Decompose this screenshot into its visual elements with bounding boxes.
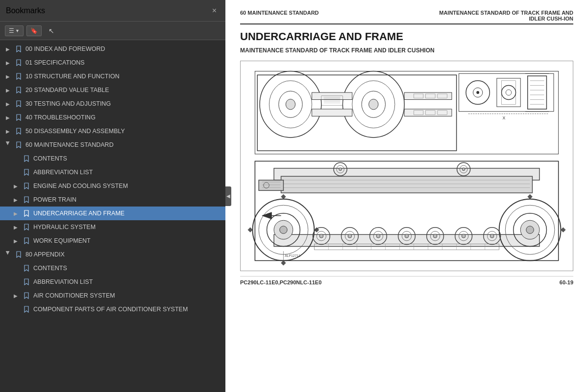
bookmark-item-item-20[interactable]: ▶ 20 STANDARD VALUE TABLE: [0, 83, 225, 97]
expand-arrow-item-01[interactable]: ▶: [4, 60, 12, 66]
pdf-main-title: UNDERCARRIAGE AND FRAME: [240, 30, 573, 43]
bookmark-item-item-60-engine[interactable]: ▶ ENGINE AND COOLING SYSTEM: [0, 179, 225, 193]
expand-arrow-item-80-ac[interactable]: ▶: [12, 293, 20, 299]
bookmark-label-item-80-component: COMPONENT PARTS OF AIR CONDITIONER SYSTE…: [33, 306, 221, 313]
expand-arrow-item-40[interactable]: ▶: [4, 115, 12, 120]
svg-point-63: [348, 234, 352, 238]
svg-point-75: [462, 234, 466, 238]
pdf-section-title-right: MAINTENANCE STANDARD OF TRACK FRAME AND …: [426, 10, 573, 22]
bookmark-item-item-10[interactable]: ▶ 10 STRUCTURE AND FUNCTION: [0, 69, 225, 83]
expand-arrow-item-10[interactable]: ▶: [4, 74, 12, 79]
bookmark-item-item-60-hydraulic[interactable]: ▶ HYDRAULIC SYSTEM: [0, 220, 225, 234]
pdf-model-text: PC290LC-11E0,PC290NLC-11E0: [240, 279, 321, 285]
bookmark-label-item-60-engine: ENGINE AND COOLING SYSTEM: [33, 183, 221, 189]
bookmarks-toolbar: ☰ ▼ 🔖 ↖: [0, 22, 225, 40]
bookmark-label-item-00: 00 INDEX AND FOREWORD: [25, 46, 221, 52]
bookmark-item-item-80-contents[interactable]: CONTENTS: [0, 261, 225, 275]
bookmark-label-item-60-abbrev: ABBREVIATION LIST: [33, 169, 221, 176]
bookmark-label-item-60-hydraulic: HYDRAULIC SYSTEM: [33, 224, 221, 231]
bookmark-icon-item-01: [15, 59, 23, 66]
svg-point-66: [376, 234, 380, 238]
bookmark-item-item-40[interactable]: ▶ 40 TROUBLESHOOTING: [0, 111, 225, 124]
bookmark-item-item-60-work[interactable]: ▶ WORK EQUIPMENT: [0, 234, 225, 248]
bookmark-item-item-80-ac[interactable]: ▶ AIR CONDITIONER SYSTEM: [0, 289, 225, 302]
close-button[interactable]: ×: [209, 5, 220, 16]
svg-point-7: [502, 86, 516, 100]
collapse-icon: ◀: [226, 193, 230, 199]
svg-rect-38: [404, 109, 452, 116]
svg-point-28: [369, 99, 378, 110]
bookmarks-header: Bookmarks ×: [0, 0, 225, 22]
svg-point-52: [280, 226, 287, 233]
chevron-down-icon: ▼: [15, 28, 20, 33]
expand-arrow-item-00[interactable]: ▶: [4, 46, 12, 52]
svg-text:ALP12711: ALP12711: [285, 254, 300, 257]
bookmark-icon-item-40: [15, 114, 23, 121]
bookmark-icon-item-80-component: [23, 306, 30, 313]
bookmarks-list[interactable]: ▶ 00 INDEX AND FOREWORD▶ 01 SPECIFICATIO…: [0, 40, 225, 392]
bookmark-icon-item-00: [15, 46, 23, 52]
expand-arrow-item-60[interactable]: ▶: [5, 141, 11, 149]
bookmark-icon-item-60-hydraulic: [23, 224, 30, 231]
bookmark-item-item-80-abbrev[interactable]: ABBREVIATION LIST: [0, 275, 225, 289]
svg-rect-5: [497, 78, 520, 107]
bookmark-label-item-60-contents: CONTENTS: [33, 155, 221, 162]
bookmark-icon-item-20: [15, 87, 23, 93]
pdf-content: 60 MAINTENANCE STANDARD MAINTENANCE STAN…: [225, 0, 588, 392]
bookmark-item-item-01[interactable]: ▶ 01 SPECIFICATIONS: [0, 56, 225, 69]
bookmark-icon-item-60-power: [23, 196, 30, 203]
toolbar-button-1[interactable]: ☰ ▼: [5, 25, 24, 36]
expand-arrow-item-80[interactable]: ▶: [5, 251, 11, 258]
bookmark-label-item-60: 60 MAINTENANCE STANDARD: [25, 141, 221, 148]
bookmark-icon-item-80-ac: [23, 292, 30, 299]
pdf-section-label: 60 MAINTENANCE STANDARD: [240, 10, 319, 16]
bookmark-icon-item-80: [15, 251, 23, 258]
pdf-panel: 60 MAINTENANCE STANDARD MAINTENANCE STAN…: [225, 0, 588, 392]
bookmark-item-item-30[interactable]: ▶ 30 TESTING AND ADJUSTING: [0, 97, 225, 111]
bookmark-icon-item-10: [15, 73, 23, 80]
expand-arrow-item-50[interactable]: ▶: [4, 129, 12, 134]
bookmark-item-item-80[interactable]: ▶ 80 APPENDIX: [0, 248, 225, 261]
bookmark-label-item-60-power: POWER TRAIN: [33, 196, 221, 203]
bookmark-item-item-00[interactable]: ▶ 00 INDEX AND FOREWORD: [0, 42, 225, 56]
svg-point-4: [476, 91, 479, 94]
expand-arrow-item-60-hydraulic[interactable]: ▶: [12, 225, 20, 230]
bookmark-item-item-80-component[interactable]: COMPONENT PARTS OF AIR CONDITIONER SYSTE…: [0, 302, 225, 316]
bookmark-label-item-80-ac: AIR CONDITIONER SYSTEM: [33, 292, 221, 299]
expand-arrow-item-60-power[interactable]: ▶: [12, 197, 20, 203]
svg-rect-11: [528, 76, 547, 109]
svg-text:X: X: [502, 115, 505, 120]
svg-point-72: [433, 234, 437, 238]
expand-arrow-item-30[interactable]: ▶: [4, 101, 12, 107]
pdf-subtitle: MAINTENANCE STANDARD OF TRACK FRAME AND …: [240, 47, 573, 54]
bookmark-icon-item-80-contents: [23, 265, 30, 272]
bookmark-item-item-60-undercarriage[interactable]: ▶ UNDERCARRIAGE AND FRAME: [0, 207, 225, 220]
svg-point-60: [319, 234, 323, 238]
bookmark-item-item-60-power[interactable]: ▶ POWER TRAIN: [0, 193, 225, 207]
bookmarks-panel: Bookmarks × ☰ ▼ 🔖 ↖ ▶ 00 INDEX AND FOREW…: [0, 0, 225, 392]
bookmark-label-item-80: 80 APPENDIX: [25, 251, 221, 258]
toolbar-button-2[interactable]: 🔖: [26, 25, 42, 36]
bookmark-icon-item-60-abbrev: [23, 169, 30, 176]
svg-rect-37: [404, 92, 452, 100]
svg-point-8: [506, 90, 512, 95]
svg-point-78: [490, 234, 494, 238]
cursor-indicator: ↖: [49, 27, 54, 35]
bookmark-icon: 🔖: [30, 27, 38, 34]
bookmark-item-item-60-contents[interactable]: CONTENTS: [0, 152, 225, 165]
expand-arrow-item-60-undercarriage[interactable]: ▶: [12, 211, 20, 216]
bookmark-icon-item-30: [15, 100, 23, 107]
svg-marker-94: [262, 212, 271, 219]
expand-arrow-item-60-work[interactable]: ▶: [12, 238, 20, 244]
bookmark-icon-item-60: [15, 141, 23, 148]
bookmark-item-item-60-abbrev[interactable]: ABBREVIATION LIST: [0, 165, 225, 179]
collapse-handle[interactable]: ◀: [225, 186, 231, 206]
svg-point-84: [462, 168, 465, 171]
expand-arrow-item-60-engine[interactable]: ▶: [12, 184, 20, 189]
svg-rect-30: [312, 109, 352, 116]
bookmark-item-item-50[interactable]: ▶ 50 DISASSEMBLY AND ASSEMBLY: [0, 124, 225, 138]
expand-arrow-item-20[interactable]: ▶: [4, 88, 12, 93]
bookmark-item-item-60[interactable]: ▶ 60 MAINTENANCE STANDARD: [0, 138, 225, 152]
bookmark-icon-item-60-undercarriage: [23, 210, 30, 217]
bookmark-label-item-40: 40 TROUBLESHOOTING: [25, 114, 221, 121]
